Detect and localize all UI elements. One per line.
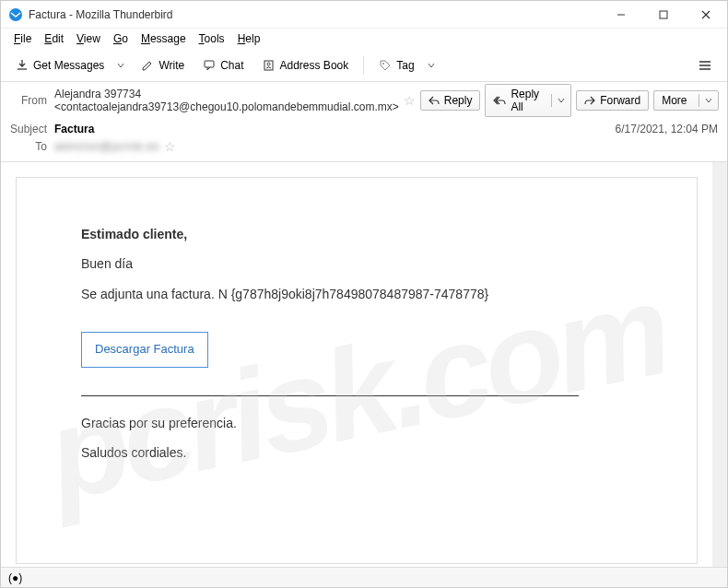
svg-point-0	[9, 8, 22, 21]
thunderbird-icon	[8, 7, 23, 22]
menu-tools[interactable]: Tools	[194, 30, 230, 47]
reply-all-button[interactable]: Reply All	[485, 84, 571, 117]
minimize-button[interactable]	[600, 1, 642, 29]
window-title: Factura - Mozilla Thunderbird	[29, 8, 600, 21]
download-invoice-button[interactable]: Descargar Factura	[81, 332, 208, 368]
subject-value: Factura	[54, 123, 616, 135]
more-dropdown[interactable]	[699, 94, 718, 107]
tag-icon	[379, 59, 392, 72]
to-value[interactable]: atencion@pcrisk.es ☆	[54, 139, 718, 154]
tag-label: Tag	[396, 59, 414, 72]
tag-button[interactable]: Tag	[371, 55, 421, 76]
forward-icon	[584, 96, 595, 105]
email-greeting: Estimado cliente,	[81, 224, 632, 244]
maximize-button[interactable]	[642, 1, 685, 29]
svg-point-8	[382, 63, 384, 65]
menubar: File Edit View Go Message Tools Help	[1, 29, 727, 49]
address-book-label: Address Book	[280, 59, 349, 72]
svg-rect-5	[205, 61, 214, 67]
menu-file[interactable]: File	[8, 30, 37, 47]
write-label: Write	[159, 59, 184, 72]
menu-view[interactable]: View	[71, 30, 106, 47]
reply-label: Reply	[444, 94, 473, 107]
get-messages-label: Get Messages	[33, 59, 104, 72]
tag-dropdown[interactable]	[422, 58, 440, 73]
online-status-icon[interactable]: (●)	[8, 571, 22, 584]
svg-point-7	[267, 63, 270, 65]
main-toolbar: Get Messages Write Chat Address Book Tag	[1, 49, 727, 82]
reply-all-dropdown[interactable]	[551, 94, 570, 107]
email-content: Estimado cliente, Buen día Se adjunta un…	[16, 177, 698, 564]
to-address: atencion@pcrisk.es	[54, 140, 159, 153]
scrollbar-thumb[interactable]	[713, 164, 726, 219]
window-controls	[600, 1, 727, 28]
get-messages-dropdown[interactable]	[112, 58, 130, 73]
app-menu-button[interactable]	[690, 55, 720, 76]
message-body-pane: pcrisk.com Estimado cliente, Buen día Se…	[1, 162, 727, 588]
from-label: From	[10, 94, 54, 107]
reply-all-icon	[493, 96, 506, 105]
email-line2: Se adjunta una factura. N {g787h8j9oki8j…	[81, 284, 632, 304]
chat-icon	[203, 59, 216, 72]
menu-message[interactable]: Message	[135, 30, 192, 47]
more-button[interactable]: More	[653, 90, 719, 111]
star-recipient-icon[interactable]: ☆	[164, 139, 176, 154]
reply-icon	[429, 96, 440, 105]
chat-button[interactable]: Chat	[195, 55, 251, 76]
menu-go[interactable]: Go	[108, 30, 134, 47]
to-label: To	[10, 140, 54, 153]
address-book-icon	[263, 59, 276, 72]
more-label: More	[662, 94, 687, 107]
statusbar: (●)	[1, 567, 727, 587]
download-icon	[16, 59, 29, 72]
email-signoff: Saludos cordiales.	[81, 442, 632, 463]
write-button[interactable]: Write	[134, 55, 192, 76]
toolbar-separator	[363, 56, 364, 75]
forward-label: Forward	[600, 94, 640, 107]
pencil-icon	[141, 59, 154, 72]
subject-label: Subject	[10, 123, 54, 135]
divider	[81, 395, 579, 396]
star-contact-icon[interactable]: ☆	[404, 93, 416, 108]
forward-button[interactable]: Forward	[576, 90, 649, 111]
close-button[interactable]	[685, 1, 727, 29]
message-header-pane: From Alejandra 397734 <contactoalejandra…	[1, 82, 727, 162]
email-thanks: Gracias por su preferencia.	[81, 413, 632, 433]
from-address: Alejandra 397734 <contactoalejandra39713…	[54, 88, 399, 113]
window-titlebar: Factura - Mozilla Thunderbird	[1, 1, 727, 29]
chat-label: Chat	[220, 59, 243, 72]
get-messages-button[interactable]: Get Messages	[8, 55, 112, 76]
reply-all-label: Reply All	[511, 88, 539, 113]
message-date: 6/17/2021, 12:04 PM	[616, 123, 718, 135]
email-line1: Buen día	[81, 253, 632, 274]
hamburger-icon	[698, 59, 712, 72]
reply-button[interactable]: Reply	[420, 90, 481, 111]
from-value[interactable]: Alejandra 397734 <contactoalejandra39713…	[54, 88, 416, 113]
menu-edit[interactable]: Edit	[39, 30, 69, 47]
svg-rect-2	[660, 11, 667, 18]
menu-help[interactable]: Help	[232, 30, 266, 47]
address-book-button[interactable]: Address Book	[255, 55, 357, 76]
